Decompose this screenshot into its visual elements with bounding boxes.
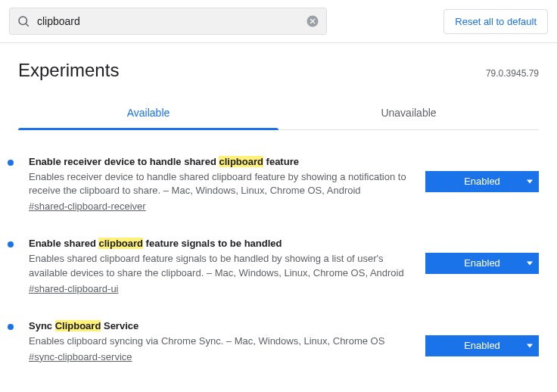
flag-select: Enabled — [425, 335, 539, 356]
flag-description: Enables receiver device to handle shared… — [29, 170, 410, 198]
flag-select: Enabled — [425, 171, 539, 192]
search-wrap — [9, 8, 327, 35]
flag-title: Enable receiver device to handle shared … — [29, 156, 410, 167]
flag-title: Enable shared clipboard feature signals … — [29, 238, 410, 249]
tabs: Available Unavailable — [18, 96, 539, 130]
clear-icon[interactable] — [306, 14, 319, 28]
search-input[interactable] — [9, 8, 327, 35]
flags-list: Enable receiver device to handle shared … — [18, 130, 539, 378]
flag-description: Enables clipboard syncing via Chrome Syn… — [29, 334, 410, 348]
tab-available[interactable]: Available — [18, 96, 278, 129]
version-label: 79.0.3945.79 — [486, 68, 539, 79]
flag-main: Enable receiver device to handle shared … — [29, 156, 410, 212]
flag-select: Enabled — [425, 253, 539, 274]
flag-select-control[interactable]: Enabled — [425, 171, 539, 192]
flag-description: Enables shared clipboard feature signals… — [29, 252, 410, 279]
flag-select-control[interactable]: Enabled — [425, 335, 539, 356]
flag-hash-link[interactable]: #sync-clipboard-service — [29, 351, 132, 362]
flag-hash-link[interactable]: #shared-clipboard-receiver — [29, 201, 146, 212]
chevron-down-icon — [527, 344, 533, 347]
search-icon — [17, 14, 30, 28]
flag-row: Sync Clipboard ServiceEnables clipboard … — [18, 310, 539, 378]
flag-title: Sync Clipboard Service — [29, 320, 410, 331]
chevron-down-icon — [527, 262, 533, 266]
modified-dot-icon — [8, 324, 14, 330]
svg-line-1 — [26, 23, 28, 26]
flag-main: Enable shared clipboard feature signals … — [29, 238, 410, 294]
flag-row: Enable shared clipboard feature signals … — [18, 227, 539, 309]
modified-dot-icon — [8, 160, 14, 166]
svg-point-0 — [19, 17, 27, 25]
modified-dot-icon — [8, 241, 14, 247]
flag-select-control[interactable]: Enabled — [425, 253, 539, 274]
reset-all-button[interactable]: Reset all to default — [443, 9, 548, 34]
page-title: Experiments — [18, 60, 119, 81]
top-bar: Reset all to default — [0, 0, 557, 43]
flag-row: Enable receiver device to handle shared … — [18, 145, 539, 227]
chevron-down-icon — [527, 180, 533, 184]
flag-main: Sync Clipboard ServiceEnables clipboard … — [29, 320, 410, 362]
header-row: Experiments 79.0.3945.79 — [18, 60, 539, 81]
tab-unavailable[interactable]: Unavailable — [278, 96, 539, 129]
flag-hash-link[interactable]: #shared-clipboard-ui — [29, 283, 119, 294]
